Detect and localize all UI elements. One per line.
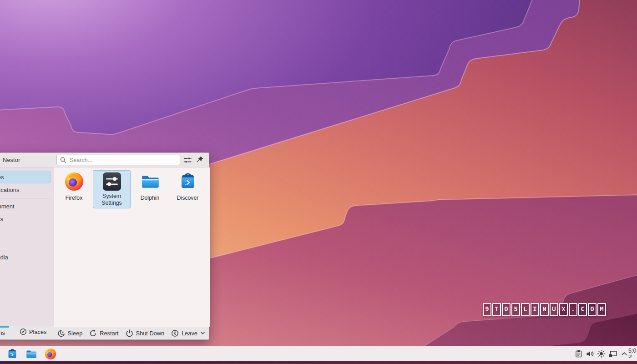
app-label: Dolphin bbox=[131, 195, 169, 202]
search-field[interactable] bbox=[56, 155, 180, 165]
application-launcher: Nestor Favorites All Applications Develo… bbox=[0, 152, 209, 340]
screen-bottom-edge bbox=[0, 361, 637, 364]
firefox-icon bbox=[64, 172, 84, 192]
clock-time: 5:0 bbox=[628, 348, 636, 354]
watermark: 9TO5LINUX.COM bbox=[483, 303, 606, 316]
user-name: Nestor bbox=[3, 157, 20, 163]
task-manager bbox=[6, 346, 56, 361]
active-tab-indicator bbox=[0, 326, 9, 328]
clipboard-icon[interactable] bbox=[574, 349, 583, 358]
tab-applications[interactable]: Applications bbox=[0, 329, 5, 336]
app-grid: Firefox System Settings Dolphin bbox=[54, 167, 210, 327]
sidebar-separator bbox=[0, 198, 51, 198]
app-tile-firefox[interactable]: Firefox bbox=[55, 170, 93, 208]
search-icon bbox=[60, 157, 66, 163]
leave-icon bbox=[171, 329, 179, 337]
svg-text:z: z bbox=[62, 329, 64, 333]
system-settings-icon bbox=[102, 172, 122, 192]
taskbar-discover-icon[interactable] bbox=[6, 348, 18, 360]
volume-icon[interactable] bbox=[586, 349, 594, 358]
launcher-header: Nestor bbox=[0, 153, 209, 167]
brightness-icon[interactable] bbox=[597, 349, 606, 358]
restart-button[interactable]: Restart bbox=[89, 329, 118, 337]
sidebar-item-all-applications[interactable]: All Applications bbox=[0, 183, 51, 196]
taskbar: 5:0 3/ bbox=[0, 346, 637, 361]
launcher-footer: Applications Places z Sleep Re bbox=[0, 326, 209, 339]
digital-clock[interactable]: 5:0 3/ bbox=[628, 348, 636, 359]
pin-icon[interactable] bbox=[196, 156, 204, 164]
sidebar-item-internet[interactable]: Internet bbox=[0, 238, 51, 251]
sidebar-item-multimedia[interactable]: Multimedia bbox=[0, 251, 51, 263]
restart-icon bbox=[89, 329, 97, 337]
configure-icon[interactable] bbox=[184, 157, 192, 164]
search-input[interactable] bbox=[69, 155, 178, 165]
sidebar-item-graphics[interactable]: Graphics bbox=[0, 212, 51, 225]
app-label: Discover bbox=[169, 195, 207, 202]
sidebar-item-development[interactable]: Development bbox=[0, 200, 51, 212]
sleep-icon: z bbox=[57, 329, 65, 337]
chevron-down-icon bbox=[200, 331, 205, 335]
session-controls: z Sleep Restart Shut Down bbox=[57, 326, 205, 340]
taskbar-firefox-icon[interactable] bbox=[45, 348, 56, 360]
sleep-button[interactable]: z Sleep bbox=[57, 329, 83, 337]
system-tray bbox=[574, 346, 628, 361]
app-tile-discover[interactable]: Discover bbox=[169, 170, 207, 208]
shutdown-button[interactable]: Shut Down bbox=[126, 329, 165, 337]
app-tile-dolphin[interactable]: Dolphin bbox=[131, 170, 169, 208]
tab-places[interactable]: Places bbox=[20, 328, 46, 335]
taskbar-dolphin-icon[interactable] bbox=[25, 348, 37, 360]
clock-date: 3/ bbox=[628, 354, 636, 359]
discover-icon bbox=[178, 172, 198, 192]
dolphin-folder-icon bbox=[140, 172, 160, 192]
sidebar-item-games[interactable]: Games bbox=[0, 225, 51, 238]
tray-expand-icon[interactable] bbox=[620, 350, 628, 358]
display-connect-icon[interactable] bbox=[608, 349, 617, 358]
leave-button[interactable]: Leave bbox=[171, 329, 205, 337]
sidebar-item-favorites[interactable]: Favorites bbox=[0, 171, 51, 183]
compass-icon bbox=[20, 328, 27, 335]
app-label: Firefox bbox=[55, 195, 93, 202]
shutdown-icon bbox=[126, 329, 133, 337]
launcher-sidebar: Favorites All Applications Development G… bbox=[0, 167, 54, 326]
app-tile-system-settings[interactable]: System Settings bbox=[93, 170, 131, 208]
app-label: System Settings bbox=[93, 193, 131, 206]
